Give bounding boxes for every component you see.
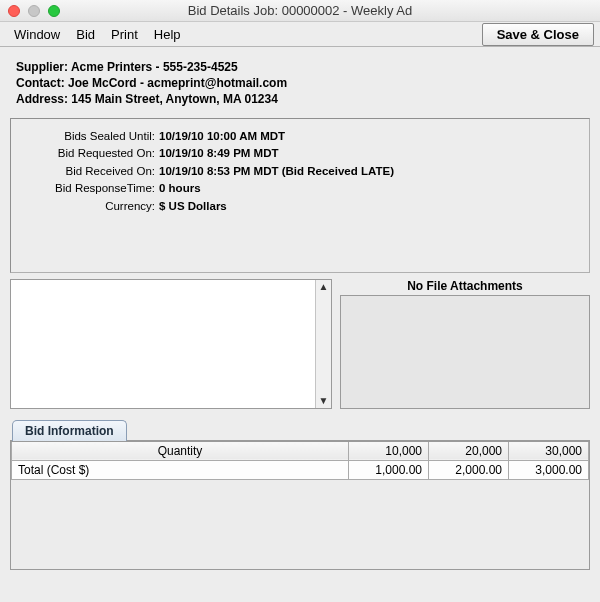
menu-bar: Window Bid Print Help Save & Close: [0, 22, 600, 47]
scrollbar[interactable]: ▲ ▼: [315, 280, 331, 408]
contact-line: Contact: Joe McCord - acmeprint@hotmail.…: [16, 75, 584, 91]
col-quantity: Quantity: [12, 441, 349, 460]
minimize-window-button[interactable]: [28, 5, 40, 17]
attachments-header: No File Attachments: [340, 279, 590, 295]
tab-bid-information[interactable]: Bid Information: [12, 420, 127, 441]
window-title: Bid Details Job: 00000002 - Weekly Ad: [0, 3, 600, 18]
bid-quantity-table: Quantity 10,000 20,000 30,000 Total (Cos…: [11, 441, 589, 480]
table-row: Total (Cost $) 1,000.00 2,000.00 3,000.0…: [12, 460, 589, 479]
menu-help[interactable]: Help: [146, 24, 189, 45]
response-time-label: Bid ResponseTime:: [19, 181, 159, 197]
menu-window[interactable]: Window: [6, 24, 68, 45]
zoom-window-button[interactable]: [48, 5, 60, 17]
currency-value: $ US Dollars: [159, 199, 227, 215]
table-header-row: Quantity 10,000 20,000 30,000: [12, 441, 589, 460]
supplier-info: Supplier: Acme Printers - 555-235-4525 C…: [10, 51, 590, 118]
requested-on-value: 10/19/10 8:49 PM MDT: [159, 146, 279, 162]
sealed-until-label: Bids Sealed Until:: [19, 129, 159, 145]
col-20000: 20,000: [429, 441, 509, 460]
menu-bid[interactable]: Bid: [68, 24, 103, 45]
col-10000: 10,000: [349, 441, 429, 460]
bid-meta-panel: Bids Sealed Until: 10/19/10 10:00 AM MDT…: [10, 118, 590, 273]
close-window-button[interactable]: [8, 5, 20, 17]
cell-total-30000[interactable]: 3,000.00: [509, 460, 589, 479]
scroll-up-icon[interactable]: ▲: [319, 280, 329, 294]
notes-textarea[interactable]: ▲ ▼: [10, 279, 332, 409]
supplier-line: Supplier: Acme Printers - 555-235-4525: [16, 59, 584, 75]
scroll-down-icon[interactable]: ▼: [319, 394, 329, 408]
requested-on-label: Bid Requested On:: [19, 146, 159, 162]
received-on-label: Bid Received On:: [19, 164, 159, 180]
cell-total-20000[interactable]: 2,000.00: [429, 460, 509, 479]
sealed-until-value: 10/19/10 10:00 AM MDT: [159, 129, 285, 145]
bid-information-panel: Quantity 10,000 20,000 30,000 Total (Cos…: [10, 440, 590, 570]
received-on-value: 10/19/10 8:53 PM MDT (Bid Received LATE): [159, 164, 394, 180]
window-titlebar: Bid Details Job: 00000002 - Weekly Ad: [0, 0, 600, 22]
col-30000: 30,000: [509, 441, 589, 460]
address-line: Address: 145 Main Street, Anytown, MA 01…: [16, 91, 584, 107]
attachments-list[interactable]: [340, 295, 590, 409]
row-total-cost-label: Total (Cost $): [12, 460, 349, 479]
response-time-value: 0 hours: [159, 181, 201, 197]
currency-label: Currency:: [19, 199, 159, 215]
save-and-close-button[interactable]: Save & Close: [482, 23, 594, 46]
window-controls: [0, 5, 60, 17]
menu-print[interactable]: Print: [103, 24, 146, 45]
cell-total-10000[interactable]: 1,000.00: [349, 460, 429, 479]
